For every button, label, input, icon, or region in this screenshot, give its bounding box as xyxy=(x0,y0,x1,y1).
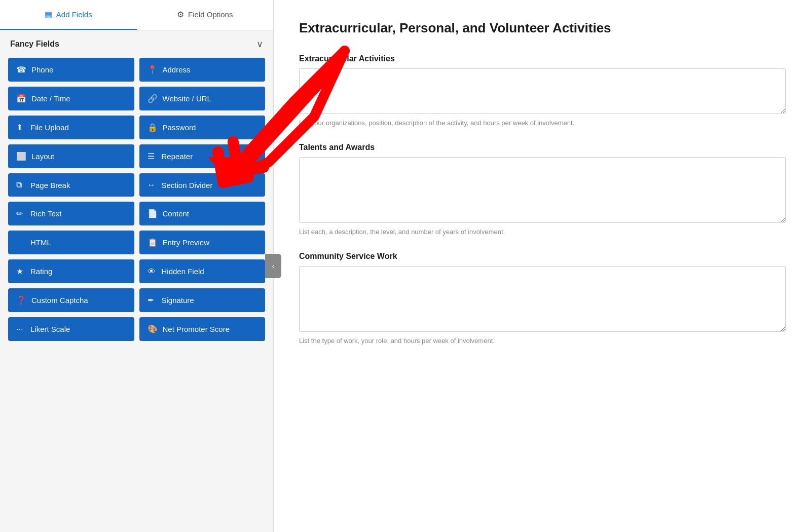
field-btn-entry-preview[interactable]: 📋Entry Preview xyxy=(139,231,266,254)
repeater-label: Repeater xyxy=(162,152,193,161)
html-label: HTML xyxy=(30,238,51,247)
section-title: Fancy Fields xyxy=(10,40,59,49)
rating-label: Rating xyxy=(30,267,52,276)
field-btn-custom-captcha[interactable]: ❓Custom Captcha xyxy=(8,288,134,312)
repeater-icon: ☰ xyxy=(148,151,157,161)
field-label-talents-awards: Talents and Awards xyxy=(299,143,786,152)
field-textarea-community-service[interactable] xyxy=(299,266,786,332)
field-textarea-talents-awards[interactable] xyxy=(299,157,786,223)
layout-label: Layout xyxy=(31,152,54,161)
rich-text-icon: ✏ xyxy=(16,209,25,218)
form-group-talents-awards: Talents and AwardsList each, a descripti… xyxy=(299,143,786,236)
phone-label: Phone xyxy=(31,65,53,74)
rating-icon: ★ xyxy=(16,267,25,276)
field-btn-likert-scale[interactable]: ···Likert Scale xyxy=(8,317,134,341)
field-btn-file-upload[interactable]: ⬆File Upload xyxy=(8,116,134,139)
field-btn-content[interactable]: 📄Content xyxy=(139,202,266,225)
tab-field-options-label: Field Options xyxy=(188,10,233,19)
chevron-down-icon[interactable]: ∨ xyxy=(256,39,263,50)
field-btn-layout[interactable]: ⬜Layout xyxy=(8,144,134,168)
field-btn-section-divider[interactable]: ↔Section Divider xyxy=(139,173,266,197)
field-btn-phone[interactable]: ☎Phone xyxy=(8,58,134,82)
address-icon: 📍 xyxy=(148,65,158,74)
field-btn-rating[interactable]: ★Rating xyxy=(8,259,134,283)
form-fields-container: Extracurricular ActivitiesList your orga… xyxy=(299,54,786,345)
field-btn-repeater[interactable]: ☰Repeater xyxy=(139,144,266,168)
password-icon: 🔒 xyxy=(148,123,158,132)
custom-captcha-label: Custom Captcha xyxy=(31,296,88,305)
form-title: Extracurricular, Personal, and Volunteer… xyxy=(299,20,786,36)
field-options-icon: ⚙ xyxy=(177,10,184,19)
right-panel: Extracurricular, Personal, and Volunteer… xyxy=(274,0,811,532)
website-url-label: Website / URL xyxy=(163,94,211,103)
likert-scale-label: Likert Scale xyxy=(30,325,70,333)
left-panel: ▦ Add Fields ⚙ Field Options Fancy Field… xyxy=(0,0,274,532)
field-hint-community-service: List the type of work, your role, and ho… xyxy=(299,337,786,345)
section-divider-icon: ↔ xyxy=(148,180,157,189)
field-btn-hidden-field[interactable]: 👁Hidden Field xyxy=(139,259,266,283)
password-label: Password xyxy=(163,123,196,132)
section-divider-label: Section Divider xyxy=(162,181,213,189)
date-time-label: Date / Time xyxy=(31,94,70,103)
field-btn-rich-text[interactable]: ✏Rich Text xyxy=(8,202,134,225)
layout-icon: ⬜ xyxy=(16,151,26,161)
tab-field-options[interactable]: ⚙ Field Options xyxy=(137,0,274,30)
field-btn-password[interactable]: 🔒Password xyxy=(139,116,266,139)
field-label-community-service: Community Service Work xyxy=(299,252,786,261)
field-btn-html[interactable]: HTML xyxy=(8,231,134,254)
net-promoter-score-label: Net Promoter Score xyxy=(163,325,230,333)
fields-grid: ☎Phone📍Address📅Date / Time🔗Website / URL… xyxy=(8,58,265,341)
field-btn-net-promoter-score[interactable]: 🎨Net Promoter Score xyxy=(139,317,266,341)
page-break-label: Page Break xyxy=(30,181,70,189)
entry-preview-icon: 📋 xyxy=(148,238,158,247)
field-hint-extracurricular: List your organizations, position, descr… xyxy=(299,119,786,127)
tab-add-fields-label: Add Fields xyxy=(56,10,92,19)
file-upload-label: File Upload xyxy=(30,123,69,132)
hidden-field-icon: 👁 xyxy=(148,267,157,276)
field-btn-page-break[interactable]: ⧉Page Break xyxy=(8,173,134,197)
field-hint-talents-awards: List each, a description, the level, and… xyxy=(299,228,786,236)
date-time-icon: 📅 xyxy=(16,94,26,103)
file-upload-icon: ⬆ xyxy=(16,123,25,132)
net-promoter-score-icon: 🎨 xyxy=(148,324,158,334)
form-group-extracurricular: Extracurricular ActivitiesList your orga… xyxy=(299,54,786,127)
signature-label: Signature xyxy=(162,296,194,305)
collapse-icon: ‹ xyxy=(272,262,275,270)
field-label-extracurricular: Extracurricular Activities xyxy=(299,54,786,63)
address-label: Address xyxy=(163,65,191,74)
website-url-icon: 🔗 xyxy=(148,94,158,103)
entry-preview-label: Entry Preview xyxy=(163,238,210,247)
field-btn-date-time[interactable]: 📅Date / Time xyxy=(8,87,134,110)
signature-icon: ✒ xyxy=(148,295,157,305)
tabs-bar: ▦ Add Fields ⚙ Field Options xyxy=(0,0,273,30)
page-break-icon: ⧉ xyxy=(16,180,25,189)
field-btn-website-url[interactable]: 🔗Website / URL xyxy=(139,87,266,110)
likert-scale-icon: ··· xyxy=(16,325,25,334)
tab-add-fields[interactable]: ▦ Add Fields xyxy=(0,0,137,30)
section-header: Fancy Fields ∨ xyxy=(8,39,265,50)
content-icon: 📄 xyxy=(148,209,158,218)
rich-text-label: Rich Text xyxy=(30,209,61,218)
content-label: Content xyxy=(163,209,190,218)
form-group-community-service: Community Service WorkList the type of w… xyxy=(299,252,786,345)
field-btn-address[interactable]: 📍Address xyxy=(139,58,266,82)
field-textarea-extracurricular[interactable] xyxy=(299,68,786,114)
panel-content: Fancy Fields ∨ ☎Phone📍Address📅Date / Tim… xyxy=(0,30,273,532)
hidden-field-label: Hidden Field xyxy=(162,267,204,276)
collapse-panel-button[interactable]: ‹ xyxy=(265,254,281,278)
custom-captcha-icon: ❓ xyxy=(16,295,26,305)
field-btn-signature[interactable]: ✒Signature xyxy=(139,288,266,312)
add-fields-icon: ▦ xyxy=(45,10,52,19)
phone-icon: ☎ xyxy=(16,65,26,74)
